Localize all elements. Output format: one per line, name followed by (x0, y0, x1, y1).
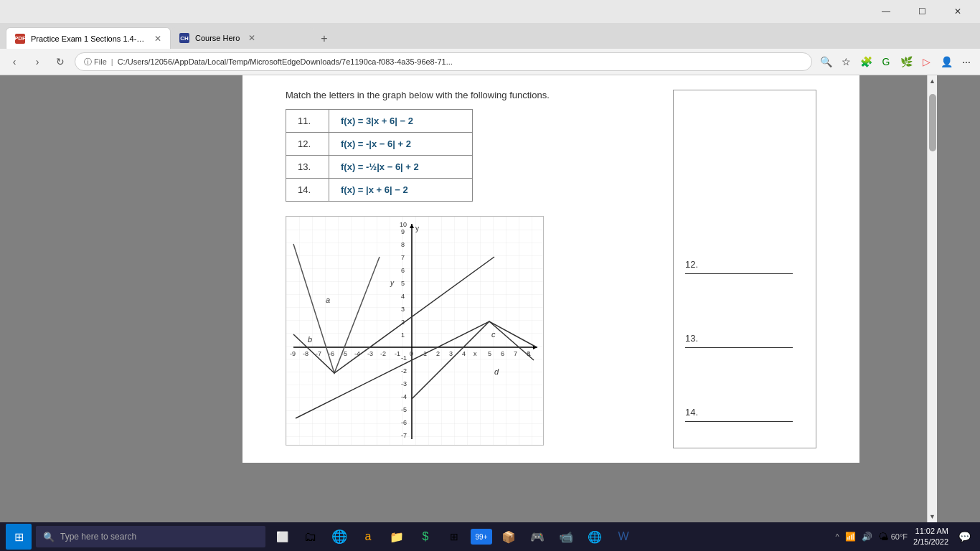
svg-text:b: b (308, 335, 312, 344)
scroll-thumb[interactable] (929, 94, 936, 151)
network-icon[interactable]: 📶 (845, 532, 856, 542)
graph-svg: 1 -9 -8 -7 -6 -5 -4 -3 -2 -1 0 1 (286, 216, 544, 446)
taskbar-app-video[interactable]: 📹 (554, 524, 578, 549)
start-button[interactable]: ⊞ (6, 524, 32, 550)
answer-row-14: 14. (685, 405, 804, 422)
tray-expand-button[interactable]: ^ (836, 532, 839, 541)
svg-text:y: y (415, 225, 419, 232)
svg-text:a: a (326, 296, 330, 304)
taskbar-app-word[interactable]: W (611, 524, 636, 549)
system-clock[interactable]: 11:02 AM 2/15/2022 (913, 526, 948, 548)
tab-coursehero[interactable]: CH Course Hero ✕ (171, 27, 314, 49)
answer-label-12: 12. (685, 259, 698, 270)
table-row: 14. f(x) = |x + 6| − 2 (286, 179, 473, 202)
weather-temp: 60°F (891, 532, 908, 541)
svg-text:4: 4 (462, 350, 466, 357)
answer-row-12: 12. (685, 258, 804, 274)
answer-label-13: 13. (685, 333, 698, 344)
svg-text:10: 10 (400, 221, 407, 228)
minimize-button[interactable]: — (870, 0, 903, 23)
tab-pdf-close[interactable]: ✕ (154, 34, 161, 44)
address-bar-input[interactable]: ⓘ File | C:/Users/12056/AppData/Local/Te… (75, 52, 812, 71)
taskbar-app-chrome[interactable]: 🌐 (583, 524, 607, 549)
taskbar-app-grid[interactable]: ⊞ (442, 524, 466, 549)
taskbar-app-dropbox[interactable]: 📦 (496, 524, 521, 549)
func-formula-14: f(x) = |x + 6| − 2 (329, 179, 473, 202)
instructions-text: Match the letters in the graph below wit… (286, 90, 666, 100)
favorites-icon[interactable]: ☆ (838, 54, 854, 70)
clock-time: 11:02 AM (913, 526, 948, 537)
taskbar-app-dollar[interactable]: $ (413, 524, 438, 549)
extension-icon4[interactable]: ▷ (918, 54, 934, 70)
extension-icon2[interactable]: G (878, 54, 894, 70)
taskbar-app-files2[interactable]: 📁 (385, 524, 409, 549)
answer-panel: 12. 13. 14. (673, 90, 816, 448)
taskbar-app-counter[interactable]: 99+ (471, 529, 492, 545)
scroll-up-button[interactable]: ▲ (929, 75, 936, 87)
func-formula-13: f(x) = -½|x − 6| + 2 (329, 156, 473, 179)
notification-button[interactable]: 💬 (954, 527, 974, 547)
svg-text:1: 1 (401, 331, 405, 339)
svg-text:0: 0 (410, 350, 413, 357)
windows-icon: ⊞ (14, 530, 24, 544)
extension-icon3[interactable]: 🌿 (898, 54, 914, 70)
new-tab-button[interactable]: + (314, 29, 334, 49)
weather-icon: 🌤 (878, 531, 888, 542)
nav-forward-button[interactable]: › (29, 53, 46, 70)
taskbar-app-files[interactable]: 🗂 (298, 524, 323, 549)
svg-text:4: 4 (401, 293, 405, 300)
svg-text:x: x (473, 350, 477, 357)
svg-text:6: 6 (501, 350, 504, 357)
tab-coursehero-label: Course Hero (195, 34, 240, 42)
svg-text:y: y (390, 279, 395, 287)
tab-pdf-label: Practice Exam 1 Sections 1.4-1.9 (31, 34, 146, 43)
nav-refresh-button[interactable]: ↻ (52, 53, 69, 70)
svg-text:3: 3 (401, 306, 405, 313)
scroll-down-button[interactable]: ▼ (929, 511, 936, 522)
coursehero-icon: CH (179, 33, 189, 43)
taskbar-search-icon: 🔍 (43, 532, 55, 542)
table-row: 11. f(x) = 3|x + 6| − 2 (286, 110, 473, 133)
taskbar-search-text: Type here to search (60, 532, 136, 542)
extension-icon1[interactable]: 🧩 (858, 54, 874, 70)
scrollbar[interactable]: ▲ ▼ (927, 75, 937, 522)
address-text: C:/Users/12056/AppData/Local/Temp/Micros… (118, 57, 453, 66)
sound-icon[interactable]: 🔊 (862, 532, 872, 542)
taskbar-search[interactable]: 🔍 Type here to search (36, 526, 265, 547)
nav-back-button[interactable]: ‹ (6, 53, 23, 70)
svg-text:5: 5 (488, 350, 491, 357)
close-button[interactable]: ✕ (941, 0, 974, 23)
answer-line-13 (685, 347, 793, 348)
svg-text:6: 6 (401, 267, 405, 274)
svg-text:-9: -9 (290, 350, 296, 357)
profile-icon[interactable]: 👤 (938, 54, 954, 70)
table-row: 12. f(x) = -|x − 6| + 2 (286, 133, 473, 156)
svg-text:3: 3 (449, 350, 453, 357)
settings-icon[interactable]: ··· (958, 54, 974, 70)
func-formula-11: f(x) = 3|x + 6| − 2 (329, 110, 473, 133)
svg-text:9: 9 (401, 228, 405, 235)
answer-line-14 (685, 421, 793, 422)
taskbar-app-edge[interactable]: 🌐 (327, 524, 352, 549)
pdf-icon: PDF (15, 34, 25, 44)
graph-container: 1 -9 -8 -7 -6 -5 -4 -3 -2 -1 0 1 (286, 216, 666, 448)
svg-text:-5: -5 (401, 406, 407, 413)
table-row: 13. f(x) = -½|x − 6| + 2 (286, 156, 473, 179)
tab-coursehero-close[interactable]: ✕ (248, 33, 255, 43)
clock-date: 2/15/2022 (913, 537, 948, 547)
functions-table: 11. f(x) = 3|x + 6| − 2 12. f(x) = -|x −… (286, 109, 473, 202)
search-toolbar-icon[interactable]: 🔍 (818, 54, 834, 70)
weather-widget: 🌤 60°F (878, 531, 908, 542)
maximize-button[interactable]: ☐ (905, 0, 938, 23)
taskbar-app-game[interactable]: 🎮 (525, 524, 550, 549)
taskbar-app-amazon[interactable]: a (356, 524, 380, 549)
svg-text:-6: -6 (401, 419, 407, 426)
svg-text:5: 5 (401, 280, 405, 287)
svg-text:-7: -7 (401, 432, 407, 439)
svg-text:-8: -8 (303, 350, 308, 357)
svg-text:-2: -2 (380, 350, 386, 357)
svg-rect-0 (286, 217, 544, 446)
tab-pdf[interactable]: PDF Practice Exam 1 Sections 1.4-1.9 ✕ (6, 27, 171, 49)
task-view-button[interactable]: ⬜ (270, 524, 294, 549)
answer-line-12 (685, 273, 793, 274)
